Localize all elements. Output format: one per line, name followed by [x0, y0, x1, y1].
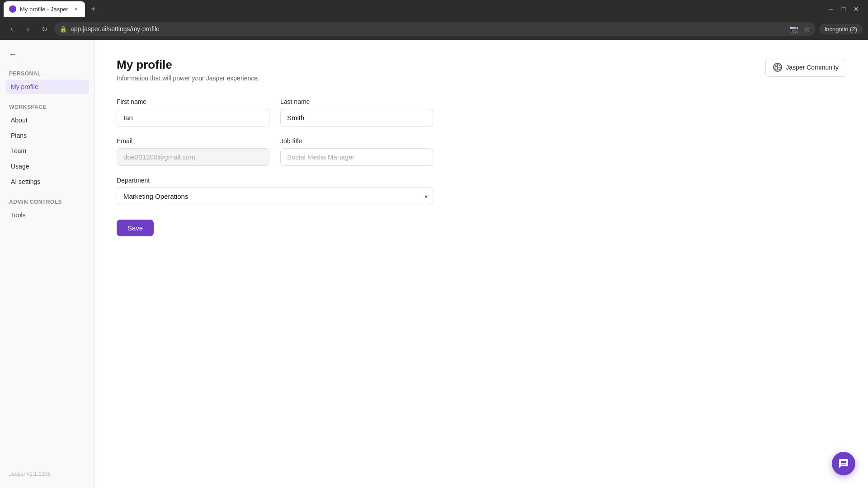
page-header: My profile Information that will power y… — [117, 58, 846, 82]
profile-form: First name Last name Email Job title — [117, 98, 433, 236]
forward-nav-button[interactable]: › — [22, 23, 34, 35]
sidebar: ← Personal My profile Workspace About Pl… — [0, 40, 95, 488]
camera-off-icon: 📷 — [789, 25, 798, 33]
new-tab-button[interactable]: + — [87, 3, 99, 15]
version-label: Jasper v1.1.1305 — [9, 471, 51, 477]
email-jobtitle-row: Email Job title — [117, 137, 433, 166]
name-row: First name Last name — [117, 98, 433, 127]
save-button[interactable]: Save — [117, 220, 154, 236]
reload-button[interactable]: ↻ — [38, 23, 51, 35]
browser-chrome: My profile - Jasper ✕ + ─ □ ✕ ‹ › ↻ 🔒 ap… — [0, 0, 868, 40]
admin-section-label: Admin controls — [5, 199, 89, 205]
lock-icon: 🔒 — [60, 26, 67, 33]
active-tab[interactable]: My profile - Jasper ✕ — [4, 1, 85, 17]
department-select-wrapper: Marketing Operations Engineering Sales D… — [117, 188, 433, 205]
sidebar-item-usage[interactable]: Usage — [5, 159, 89, 174]
sidebar-item-team[interactable]: Team — [5, 144, 89, 158]
address-right-icons: 📷 ☆ — [789, 25, 810, 33]
community-button-label: Jasper Community — [786, 64, 839, 71]
minimize-button[interactable]: ─ — [826, 5, 835, 14]
sidebar-item-tools[interactable]: Tools — [5, 208, 89, 222]
last-name-field: Last name — [280, 98, 433, 127]
email-field-container: Email — [117, 137, 269, 166]
address-bar[interactable]: 🔒 app.jasper.ai/settings/my-profile 📷 ☆ — [54, 22, 816, 36]
bookmark-icon[interactable]: ☆ — [804, 25, 810, 33]
close-window-button[interactable]: ✕ — [852, 5, 861, 14]
last-name-label: Last name — [280, 98, 433, 105]
community-icon — [773, 63, 782, 72]
email-label: Email — [117, 137, 269, 145]
address-bar-row: ‹ › ↻ 🔒 app.jasper.ai/settings/my-profil… — [0, 18, 868, 40]
page-title: My profile — [117, 58, 259, 72]
url-text: app.jasper.ai/settings/my-profile — [71, 25, 160, 33]
community-button[interactable]: Jasper Community — [765, 58, 846, 77]
personal-section-label: Personal — [5, 70, 89, 77]
sidebar-back-button[interactable]: ← — [5, 47, 20, 61]
chat-bubble-button[interactable] — [832, 452, 855, 475]
sidebar-item-my-profile[interactable]: My profile — [5, 80, 89, 94]
email-input[interactable] — [117, 148, 269, 166]
first-name-label: First name — [117, 98, 269, 105]
app-layout: ← Personal My profile Workspace About Pl… — [0, 40, 868, 488]
tab-close-button[interactable]: ✕ — [72, 5, 80, 13]
window-controls: ─ □ ✕ — [826, 5, 864, 14]
department-field-container: Department Marketing Operations Engineer… — [117, 177, 433, 205]
job-title-field-container: Job title — [280, 137, 433, 166]
department-select[interactable]: Marketing Operations Engineering Sales D… — [117, 188, 433, 205]
page-subtitle: Information that will power your Jasper … — [117, 75, 259, 82]
job-title-input[interactable] — [280, 148, 433, 166]
tab-title: My profile - Jasper — [20, 6, 69, 13]
job-title-label: Job title — [280, 137, 433, 145]
workspace-section-label: Workspace — [5, 104, 89, 110]
maximize-button[interactable]: □ — [839, 5, 848, 14]
sidebar-item-plans[interactable]: Plans — [5, 128, 89, 143]
sidebar-item-ai-settings[interactable]: AI settings — [5, 174, 89, 189]
first-name-input[interactable] — [117, 109, 269, 127]
tab-favicon — [9, 5, 16, 13]
first-name-field: First name — [117, 98, 269, 127]
sidebar-item-about[interactable]: About — [5, 113, 89, 127]
back-nav-button[interactable]: ‹ — [5, 23, 18, 35]
last-name-input[interactable] — [280, 109, 433, 127]
incognito-profile-pill[interactable]: Incognito (2) — [819, 24, 863, 34]
tab-bar: My profile - Jasper ✕ + ─ □ ✕ — [0, 0, 868, 18]
chat-icon — [838, 458, 849, 469]
page-header-text: My profile Information that will power y… — [117, 58, 259, 82]
department-label: Department — [117, 177, 433, 184]
main-content: My profile Information that will power y… — [95, 40, 868, 488]
